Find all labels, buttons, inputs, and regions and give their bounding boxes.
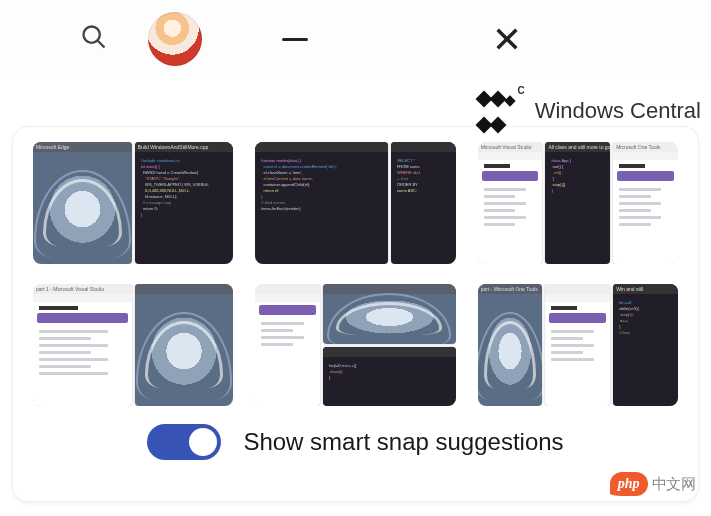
window-root: C Windows Central Microsoft Edge Build W…: [0, 0, 711, 516]
snap-tile-image: [323, 284, 456, 344]
minimize-button[interactable]: [272, 16, 318, 62]
titlebar: [0, 0, 711, 78]
snap-tile-code: function render(data) { const el = docum…: [255, 142, 388, 264]
snap-group[interactable]: function render(data) { const el = docum…: [255, 142, 455, 264]
watermark-suffix: 中文网: [652, 475, 696, 494]
svg-line-1: [98, 41, 105, 48]
snap-tile-code: for(i=0;i<n;i++){ draw(i);}: [323, 347, 456, 407]
snap-tile-doc: Microsoft One Tools: [613, 142, 678, 264]
snap-group[interactable]: for(i=0;i<n;i++){ draw(i);}: [255, 284, 455, 406]
snap-group[interactable]: Microsoft Edge Build WindowsAndStillMore…: [33, 142, 233, 264]
watermark-php-cn: php 中文网: [610, 472, 695, 496]
snap-tile-doc: [545, 284, 610, 406]
snap-tile-code: SELECT *FROM users WHERE id=1-- limit OR…: [391, 142, 456, 264]
snap-tile-stack: for(i=0;i<n;i++){ draw(i);}: [323, 284, 456, 406]
watermark-windows-central: C Windows Central: [477, 85, 701, 137]
snap-tile-image: part - Microsoft One Tools: [478, 284, 543, 406]
close-button[interactable]: [484, 16, 530, 62]
snap-tile-image: Microsoft Edge: [33, 142, 132, 264]
snap-group[interactable]: part - Microsoft One Tools Win and still…: [478, 284, 678, 406]
window-controls: [272, 16, 530, 62]
snap-footer: Show smart snap suggestions: [33, 424, 678, 460]
snap-tile-doc: [255, 284, 320, 406]
snap-tile-code: Build WindowsAndStillMore.cpp #include <…: [135, 142, 234, 264]
snap-tile-image: [135, 284, 234, 406]
svg-point-0: [84, 27, 100, 43]
snap-tile-doc: Microsoft Visual Studio: [478, 142, 543, 264]
snap-suggestions-panel: Microsoft Edge Build WindowsAndStillMore…: [12, 126, 699, 502]
php-logo-icon: php: [610, 472, 648, 496]
smart-snap-toggle[interactable]: [147, 424, 221, 460]
snap-tile-code: All class and still more to go class App…: [545, 142, 610, 264]
snap-layout-grid: Microsoft Edge Build WindowsAndStillMore…: [33, 142, 678, 406]
maximize-button[interactable]: [378, 16, 424, 62]
snap-tile-doc: part 1 - Microsoft Visual Studio: [33, 284, 132, 406]
watermark-text: Windows Central: [535, 98, 701, 124]
windows-central-logo-icon: C: [477, 85, 524, 137]
snap-group[interactable]: Microsoft Visual Studio All class and st…: [478, 142, 678, 264]
snap-tile-code: Win and still let x=0;while(x<9){ step(x…: [613, 284, 678, 406]
avatar[interactable]: [148, 12, 202, 66]
snap-group[interactable]: part 1 - Microsoft Visual Studio: [33, 284, 233, 406]
smart-snap-toggle-label: Show smart snap suggestions: [243, 428, 563, 456]
search-icon[interactable]: [80, 23, 108, 55]
